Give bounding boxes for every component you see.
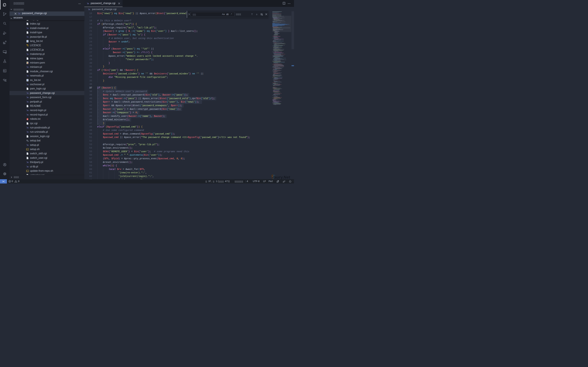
svg-text:QL: QL [3, 70, 6, 72]
